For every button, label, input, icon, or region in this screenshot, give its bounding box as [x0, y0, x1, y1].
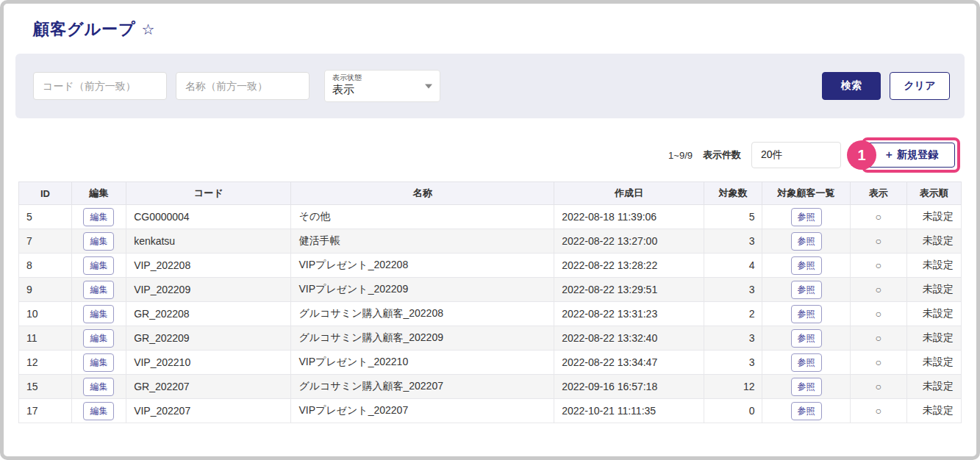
cell-count: 3 [704, 278, 762, 302]
cell-created: 2022-10-21 11:11:35 [554, 399, 704, 423]
cell-name: 健活手帳 [291, 229, 554, 254]
cell-code: GR_202208 [126, 302, 291, 326]
edit-button[interactable]: 編集 [83, 402, 114, 420]
edit-button[interactable]: 編集 [83, 281, 114, 299]
cell-name: VIPプレゼント_202207 [291, 399, 554, 423]
cell-name: グルコサミン購入顧客_202208 [291, 302, 554, 326]
annotation-highlight: 1 ＋ 新規登録 [862, 137, 960, 173]
display-status-select[interactable]: 表示状態 表示 [324, 70, 440, 102]
edit-button[interactable]: 編集 [83, 329, 114, 348]
reference-button[interactable]: 参照 [791, 256, 822, 275]
cell-edit: 編集 [71, 399, 126, 423]
column-header-1: 編集 [71, 182, 126, 205]
cell-code: VIP_202208 [126, 254, 291, 278]
cell-ref: 参照 [762, 375, 850, 399]
page-title: 顧客グループ [33, 18, 136, 40]
cell-id: 11 [19, 326, 72, 351]
search-filter-panel: 表示状態 表示 検索 クリア [15, 54, 965, 118]
reference-button[interactable]: 参照 [791, 329, 822, 348]
display-status-value: 表示 [332, 83, 354, 96]
cell-id: 12 [19, 351, 72, 375]
cell-name: グルコサミン購入顧客_202207 [291, 375, 554, 399]
cell-order: 未設定 [906, 302, 961, 326]
cell-count: 2 [704, 302, 762, 326]
result-range: 1~9/9 [668, 150, 693, 161]
table-row: 15編集GR_202207グルコサミン購入顧客_2022072022-09-16… [19, 375, 962, 399]
cell-visible: ○ [850, 278, 906, 302]
cell-id: 8 [19, 254, 72, 278]
column-header-6: 対象顧客一覧 [762, 182, 850, 205]
edit-button[interactable]: 編集 [83, 378, 114, 396]
reference-button[interactable]: 参照 [791, 353, 822, 372]
cell-name: グルコサミン購入顧客_202209 [291, 326, 554, 351]
reference-button[interactable]: 参照 [791, 232, 822, 251]
table-header-row: ID編集コード名称作成日対象数対象顧客一覧表示表示順 [19, 182, 962, 205]
table-row: 5編集CG0000004その他2022-08-18 11:39:065参照○未設… [19, 205, 962, 229]
edit-button[interactable]: 編集 [83, 232, 114, 251]
cell-id: 17 [19, 399, 72, 423]
cell-order: 未設定 [906, 399, 961, 423]
cell-edit: 編集 [71, 278, 126, 302]
column-header-4: 作成日 [554, 182, 704, 205]
cell-ref: 参照 [762, 326, 850, 351]
display-status-label: 表示状態 [332, 73, 432, 82]
table-row: 8編集VIP_202208VIPプレゼント_2022082022-08-22 1… [19, 254, 962, 278]
cell-visible: ○ [850, 302, 906, 326]
cell-created: 2022-08-22 13:27:00 [554, 229, 704, 254]
cell-created: 2022-08-18 11:39:06 [554, 205, 704, 229]
cell-visible: ○ [850, 351, 906, 375]
per-page-select[interactable]: 20件 [751, 142, 841, 168]
new-registration-button[interactable]: ＋ 新規登録 [867, 143, 955, 168]
edit-button[interactable]: 編集 [83, 353, 114, 372]
column-header-3: 名称 [291, 182, 554, 205]
cell-count: 3 [704, 351, 762, 375]
per-page-label: 表示件数 [703, 148, 741, 162]
chevron-down-icon [425, 85, 432, 89]
search-button[interactable]: 検索 [822, 72, 881, 100]
reference-button[interactable]: 参照 [791, 305, 822, 323]
page-header: 顧客グループ ☆ [4, 4, 976, 51]
cell-count: 12 [704, 375, 762, 399]
edit-button[interactable]: 編集 [83, 305, 114, 323]
cell-name: VIPプレゼント_202209 [291, 278, 554, 302]
cell-ref: 参照 [762, 205, 850, 229]
cell-code: GR_202209 [126, 326, 291, 351]
cell-created: 2022-08-22 13:29:51 [554, 278, 704, 302]
cell-id: 7 [19, 229, 72, 254]
edit-button[interactable]: 編集 [83, 256, 114, 275]
list-toolbar: 1~9/9 表示件数 20件 1 ＋ 新規登録 [4, 118, 976, 180]
cell-name: その他 [291, 205, 554, 229]
reference-button[interactable]: 参照 [791, 378, 822, 396]
edit-button[interactable]: 編集 [83, 208, 114, 226]
cell-code: VIP_202209 [126, 278, 291, 302]
favorite-star-icon[interactable]: ☆ [142, 21, 155, 38]
cell-created: 2022-08-22 13:34:47 [554, 351, 704, 375]
cell-count: 5 [704, 205, 762, 229]
reference-button[interactable]: 参照 [791, 402, 822, 420]
cell-order: 未設定 [906, 205, 961, 229]
cell-name: VIPプレゼント_202208 [291, 254, 554, 278]
annotation-badge: 1 [847, 140, 876, 170]
cell-id: 9 [19, 278, 72, 302]
cell-edit: 編集 [71, 326, 126, 351]
table-body: 5編集CG0000004その他2022-08-18 11:39:065参照○未設… [19, 205, 962, 423]
name-search-input[interactable] [176, 72, 310, 100]
cell-created: 2022-09-16 16:57:18 [554, 375, 704, 399]
per-page-value: 20件 [761, 148, 783, 162]
code-search-input[interactable] [33, 72, 167, 100]
cell-visible: ○ [850, 205, 906, 229]
cell-code: GR_202207 [126, 375, 291, 399]
cell-edit: 編集 [71, 205, 126, 229]
clear-button[interactable]: クリア [890, 72, 950, 100]
cell-order: 未設定 [906, 229, 961, 254]
reference-button[interactable]: 参照 [791, 208, 822, 226]
reference-button[interactable]: 参照 [791, 281, 822, 299]
cell-order: 未設定 [906, 375, 961, 399]
cell-created: 2022-08-22 13:32:40 [554, 326, 704, 351]
cell-order: 未設定 [906, 278, 961, 302]
column-header-5: 対象数 [704, 182, 762, 205]
cell-code: CG0000004 [126, 205, 291, 229]
column-header-0: ID [19, 182, 72, 205]
cell-visible: ○ [850, 375, 906, 399]
cell-ref: 参照 [762, 351, 850, 375]
